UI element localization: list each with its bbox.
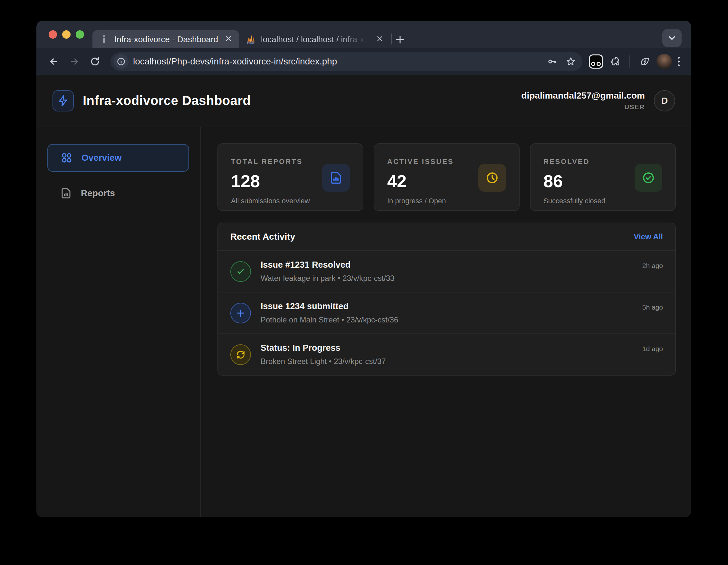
main-content: TOTAL REPORTS 128 All submissions overvi… [201,127,691,517]
activity-item-time: 5h ago [642,303,663,311]
sidebar-item-reports[interactable]: Reports [47,179,189,207]
browser-toolbar: localhost/Php-devs/infra-xodivorce-in/sr… [36,48,691,75]
activity-texts: Issue #1231 Resolved Water leakage in pa… [261,260,633,283]
extension-pinned-icon[interactable] [589,54,603,69]
check-icon [230,261,251,282]
clock-icon [478,164,506,192]
view-all-link[interactable]: View All [634,232,663,241]
address-bar[interactable]: localhost/Php-devs/infra-xodivorce-in/sr… [110,52,582,71]
sidebar-item-label: Overview [81,153,122,163]
minimize-window-button[interactable] [62,30,71,39]
activity-texts: Issue 1234 submitted Pothole on Main Str… [261,302,633,324]
tab-dashboard[interactable]: Infra-xodivorce - Dashboard [92,30,239,48]
tab-title: localhost / localhost / infra-xo [261,34,370,44]
browser-window: Infra-xodivorce - Dashboard PMA [36,21,691,517]
user-email: dipalimandal257@gmail.com [521,91,645,101]
activity-item-time: 1d ago [642,345,663,353]
activity-item-title: Issue #1231 Resolved [261,260,633,270]
activity-item-title: Issue 1234 submitted [261,302,633,311]
toolbar-separator [629,55,630,68]
extensions-puzzle-icon[interactable] [606,53,624,71]
recent-activity-panel: Recent Activity View All Issue #1231 Res… [217,223,676,376]
tab-phpmyadmin[interactable]: PMA localhost / localhost / infra-xo [239,30,390,48]
stat-card-active-issues: ACTIVE ISSUES 42 In progress / Open [374,143,520,211]
activity-item-subtitle: Water leakage in park • 23/v/kpc-cst/33 [261,274,633,283]
tab-search-button[interactable] [662,29,682,47]
activity-item-title: Status: In Progress [261,343,633,353]
activity-texts: Status: In Progress Broken Street Light … [261,343,633,366]
performance-leaf-icon[interactable] [636,53,654,71]
forward-arrow-icon [69,56,80,67]
close-tab-icon[interactable] [224,34,233,44]
info-pin-icon [99,34,109,44]
sidebar-item-label: Reports [81,188,115,198]
page-body: Overview Reports TOTAL REPORTS [36,127,691,517]
bookmark-star-icon[interactable] [564,54,578,69]
stats-row: TOTAL REPORTS 128 All submissions overvi… [217,143,676,211]
grid-icon [61,152,72,164]
check-circle-icon [635,164,662,192]
reload-icon [90,56,100,67]
activity-panel-header: Recent Activity View All [218,223,675,251]
reload-button[interactable] [86,53,104,71]
phpmyadmin-icon: PMA [245,34,256,44]
user-avatar[interactable]: D [654,90,675,111]
page-content: Infra-xodivorce Dashboard dipalimandal25… [36,75,691,517]
stat-description: Successfully closed [543,197,662,205]
zoom-window-button[interactable] [76,30,84,39]
window-controls [49,21,84,48]
site-info-icon[interactable] [114,54,129,69]
url-text[interactable]: localhost/Php-devs/infra-xodivorce-in/sr… [133,56,541,67]
refresh-icon [230,344,251,365]
tab-separator [391,34,392,44]
activity-row[interactable]: Issue #1231 Resolved Water leakage in pa… [218,251,675,292]
lightning-bolt-icon [57,95,69,107]
app-logo [53,90,74,111]
close-window-button[interactable] [49,30,57,39]
back-arrow-icon [49,56,59,67]
page-title: Infra-xodivorce Dashboard [83,93,251,108]
chevron-down-icon [667,33,677,43]
svg-text:PMA: PMA [247,41,254,44]
stat-card-resolved: RESOLVED 86 Successfully closed [530,143,676,211]
back-button[interactable] [45,53,63,71]
forward-button[interactable] [65,53,83,71]
tab-strip: Infra-xodivorce - Dashboard PMA [36,21,691,48]
stat-description: All submissions overview [231,197,350,205]
activity-row[interactable]: Issue 1234 submitted Pothole on Main Str… [218,292,675,333]
activity-title: Recent Activity [230,232,295,242]
new-tab-button[interactable] [394,34,406,46]
stat-description: In progress / Open [387,197,506,205]
sidebar: Overview Reports [36,127,201,517]
user-role-badge: USER [521,103,645,111]
desktop-background: Infra-xodivorce - Dashboard PMA [0,0,728,565]
stat-card-total-reports: TOTAL REPORTS 128 All submissions overvi… [217,143,363,211]
tab-title: Infra-xodivorce - Dashboard [114,34,219,44]
password-key-icon[interactable] [545,54,559,69]
file-chart-icon [322,164,350,192]
activity-item-time: 2h ago [642,262,663,270]
user-info: dipalimandal257@gmail.com USER [521,91,645,111]
app-header: Infra-xodivorce Dashboard dipalimandal25… [36,75,691,127]
close-tab-icon[interactable] [376,34,384,44]
activity-row[interactable]: Status: In Progress Broken Street Light … [218,333,675,375]
file-chart-icon [60,187,72,199]
plus-icon [230,303,251,323]
sidebar-item-overview[interactable]: Overview [47,144,189,172]
tab-list: Infra-xodivorce - Dashboard PMA [92,21,406,48]
browser-profile-avatar[interactable] [656,54,672,69]
browser-menu-kebab-icon[interactable] [675,53,683,70]
activity-item-subtitle: Pothole on Main Street • 23/v/kpc-cst/36 [261,315,633,324]
activity-item-subtitle: Broken Street Light • 23/v/kpc-cst/37 [261,357,633,366]
